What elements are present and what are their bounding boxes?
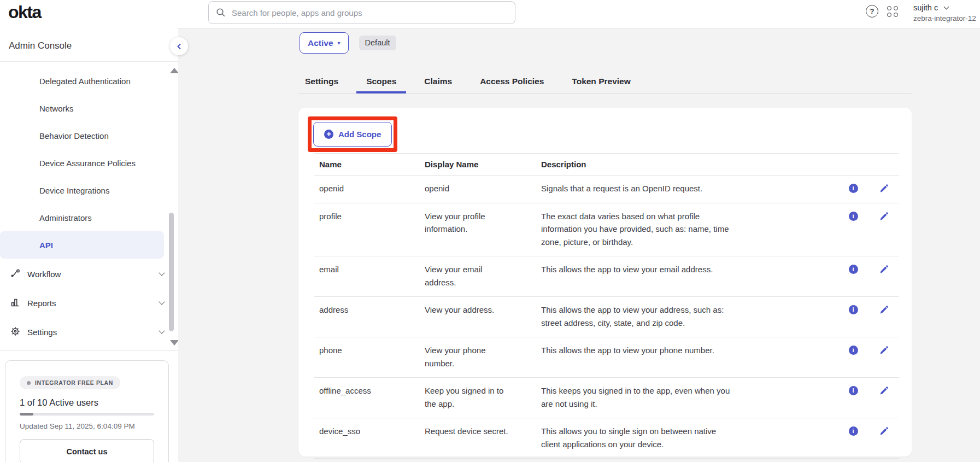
plan-usage-text: 1 of 10 Active users (20, 397, 154, 408)
plan-badge-label: INTEGRATOR FREE PLAN (35, 379, 113, 386)
sidebar-nav: Delegated AuthenticationNetworksBehavior… (0, 61, 178, 351)
scope-name-cell: profile (314, 210, 425, 249)
pencil-icon (879, 212, 889, 221)
chevron-down-icon (159, 299, 165, 305)
tab-access-policies[interactable]: Access Policies (470, 71, 554, 93)
table-row-device-sso: device_ssoRequest device secret.This all… (314, 418, 899, 459)
scroll-down-arrow[interactable] (170, 340, 179, 346)
search-input[interactable] (208, 1, 515, 24)
scope-name-cell: phone (314, 344, 425, 370)
edit-pencil-button[interactable] (879, 212, 889, 221)
scope-name-cell: openid (314, 182, 425, 195)
chevron-down-icon (159, 270, 165, 276)
sidebar-item-label: Reports (27, 299, 153, 308)
pencil-icon (879, 426, 889, 436)
bar-chart-icon (10, 297, 21, 309)
pencil-icon (879, 346, 889, 355)
info-icon-button[interactable]: i (849, 305, 858, 314)
table-row-profile: profileView your profile information.The… (314, 203, 899, 257)
okta-logo: okta (8, 2, 41, 22)
status-label: Active (308, 38, 333, 48)
info-icon-button[interactable]: i (849, 265, 858, 274)
sidebar-item-networks[interactable]: Networks (0, 95, 164, 122)
column-header-display-name: Display Name (425, 160, 541, 169)
tab-claims[interactable]: Claims (414, 71, 462, 93)
info-icon-button[interactable]: i (849, 212, 858, 221)
scope-description-cell: This allows you to single sign on betwee… (541, 425, 838, 451)
sidebar-item-settings[interactable]: Settings (0, 318, 178, 346)
user-menu[interactable]: sujith c zebra-integrator-12 (913, 3, 980, 22)
scope-description-cell: This keeps you signed in to the app, eve… (541, 384, 838, 410)
topbar: ? sujith c zebra-integrator-12 (178, 0, 980, 28)
plus-icon: + (324, 130, 333, 139)
scope-description-cell: Signals that a request is an OpenID requ… (541, 182, 838, 195)
tab-settings[interactable]: Settings (298, 71, 348, 93)
scope-name-cell: address (314, 303, 425, 329)
sidebar-item-delegated-authentication[interactable]: Delegated Authentication (0, 67, 164, 95)
table-body: openidopenidSignals that a request is an… (314, 176, 899, 459)
scope-description-cell: The exact data varies based on what prof… (541, 210, 838, 249)
sidebar-item-behavior-detection[interactable]: Behavior Detection (0, 122, 164, 149)
pencil-icon (879, 386, 889, 395)
caret-down-icon: ▾ (338, 40, 341, 46)
gear-icon (10, 326, 21, 338)
sidebar-scrollbar-thumb[interactable] (169, 213, 174, 331)
sidebar-item-device-assurance-policies[interactable]: Device Assurance Policies (0, 149, 164, 177)
plan-card: INTEGRATOR FREE PLAN 1 of 10 Active user… (5, 360, 169, 462)
global-search (208, 1, 515, 24)
scope-display-name-cell: View your profile information. (425, 210, 541, 249)
scopes-card: + Add Scope Name Display Name Descriptio… (298, 108, 912, 457)
sidebar-item-workflow[interactable]: Workflow (0, 260, 178, 288)
console-title: Admin Console (9, 40, 72, 51)
edit-pencil-button[interactable] (879, 184, 889, 193)
table-row-phone: phoneView your phone number.This allows … (314, 337, 899, 378)
column-header-name: Name (314, 160, 425, 169)
edit-pencil-button[interactable] (879, 346, 889, 355)
org-name: zebra-integrator-12 (913, 14, 980, 22)
sidebar-collapse-button[interactable] (170, 37, 188, 55)
scope-display-name-cell: Keep you signed in to the app. (425, 384, 541, 410)
apps-grid-icon[interactable] (887, 6, 898, 17)
user-name: sujith c (913, 3, 938, 12)
tab-token-preview[interactable]: Token Preview (562, 71, 640, 93)
contact-us-button[interactable]: Contact us (20, 439, 154, 462)
tab-scopes[interactable]: Scopes (356, 71, 406, 93)
sidebar-item-administrators[interactable]: Administrators (0, 204, 164, 231)
scope-display-name-cell: openid (425, 182, 541, 195)
pencil-icon (879, 184, 889, 193)
sidebar-item-api[interactable]: API (0, 231, 164, 259)
status-dropdown-button[interactable]: Active ▾ (300, 32, 349, 54)
status-row: Active ▾ Default (300, 32, 396, 54)
sidebar-item-device-integrations[interactable]: Device Integrations (0, 177, 164, 204)
scopes-table: Name Display Name Description openidopen… (314, 153, 899, 459)
info-icon-button[interactable]: i (849, 346, 858, 355)
edit-pencil-button[interactable] (879, 265, 889, 274)
scope-description-cell: This allows the app to view your address… (541, 303, 838, 329)
edit-pencil-button[interactable] (879, 386, 889, 395)
pencil-icon (879, 265, 889, 274)
edit-pencil-button[interactable] (879, 305, 889, 314)
scope-display-name-cell: View your address. (425, 303, 541, 329)
info-icon-button[interactable]: i (849, 426, 858, 436)
scroll-up-arrow[interactable] (170, 68, 179, 73)
info-icon-button[interactable]: i (849, 386, 858, 395)
plan-status-dot-icon (27, 381, 31, 385)
edit-pencil-button[interactable] (879, 426, 889, 436)
plan-badge: INTEGRATOR FREE PLAN (20, 376, 120, 389)
plan-updated-text: Updated Sep 11, 2025, 6:04:09 PM (20, 422, 154, 430)
workflow-icon (10, 268, 21, 280)
pencil-icon (879, 305, 889, 314)
scope-display-name-cell: View your email address. (425, 263, 541, 289)
add-scope-button[interactable]: + Add Scope (313, 122, 392, 147)
main-content: Active ▾ Default SettingsScopesClaimsAcc… (178, 28, 980, 462)
red-highlight-box: + Add Scope (308, 116, 397, 152)
sidebar-item-reports[interactable]: Reports (0, 289, 178, 317)
sidebar-item-label: Workflow (27, 270, 153, 279)
usage-progress-fill (20, 413, 33, 416)
chevron-down-icon (159, 328, 165, 334)
add-scope-label: Add Scope (338, 130, 381, 139)
info-icon-button[interactable]: i (849, 184, 858, 193)
okta-admin-console: okta Admin Console Delegated Authenticat… (0, 0, 980, 462)
help-icon[interactable]: ? (866, 5, 878, 17)
chevron-left-icon (175, 43, 183, 50)
